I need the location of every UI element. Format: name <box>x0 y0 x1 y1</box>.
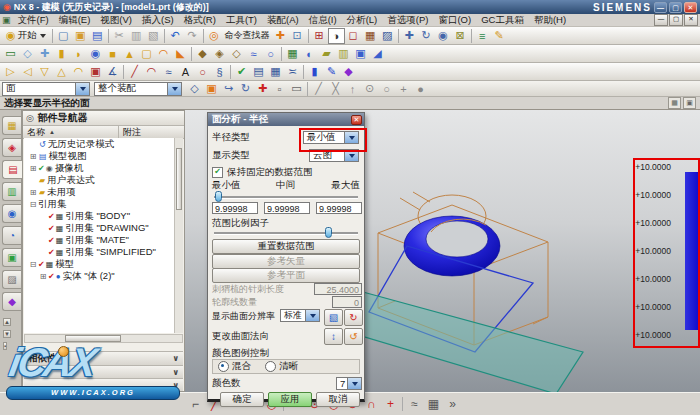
blend-radio-label[interactable]: 混合 <box>232 360 251 373</box>
tree-item-model[interactable]: ⊟ ✔ ▦ 模型 <box>24 258 183 270</box>
data-range-slider[interactable] <box>214 196 358 199</box>
cancel-button[interactable]: 取消 <box>316 392 360 407</box>
dock-navigator-icon[interactable]: ▦ <box>668 97 681 109</box>
trim-body-icon[interactable]: ▰ <box>318 46 335 62</box>
tab-process-studio[interactable]: ▣ <box>2 248 21 267</box>
split-body-icon[interactable]: ▥ <box>335 46 352 62</box>
tree-item-model-views[interactable]: ⊞ ▤ 模型视图 <box>24 150 183 162</box>
command-finder-icon[interactable]: ◎ <box>206 28 223 44</box>
move-face-icon[interactable]: ▷ <box>2 64 19 80</box>
select-circle-dot-icon[interactable]: ⊙ <box>361 81 378 97</box>
menu-assemblies[interactable]: 装配(A) <box>262 14 304 27</box>
tab-part-navigator[interactable]: ▤ <box>2 160 23 179</box>
reset-data-range-button[interactable]: 重置数据范围 <box>212 239 360 254</box>
tree-item-reference-sets[interactable]: ⊟ 引用集 <box>24 198 183 210</box>
max-value-field[interactable]: 9.99998 <box>316 202 362 214</box>
select-highlight-icon[interactable]: ▣ <box>203 81 220 97</box>
chevron-down-icon[interactable] <box>75 83 89 95</box>
radius-analysis-torus[interactable] <box>404 216 500 276</box>
resolution-combo[interactable]: 标准 <box>280 309 320 322</box>
menu-view[interactable]: 视图(V) <box>95 14 137 27</box>
range-factor-slider[interactable] <box>214 232 358 235</box>
add-selection-icon[interactable]: ✚ <box>254 81 271 97</box>
snapshot-icon[interactable]: ⊡ <box>289 28 306 44</box>
replace-face-icon[interactable]: △ <box>53 64 70 80</box>
copy-icon[interactable]: ▥ <box>128 28 145 44</box>
rotate-view-icon[interactable]: ↻ <box>418 28 435 44</box>
cycle-selection-icon[interactable]: ↻ <box>237 81 254 97</box>
minimize-button[interactable]: — <box>654 2 667 13</box>
start-menu-button[interactable]: ◉ 开始 <box>2 28 50 44</box>
sketch-icon[interactable]: ▭ <box>2 46 19 62</box>
annotation-icon[interactable]: ✎ <box>491 28 508 44</box>
type-filter-combo[interactable]: 面 <box>2 82 90 96</box>
menu-preferences[interactable]: 首选项(P) <box>382 14 433 27</box>
tree-item-refset-simplified[interactable]: ✔ ▦ 引用集 "SIMPLIFIED" <box>24 246 183 258</box>
datum-plane[interactable] <box>345 292 583 392</box>
curve-analysis-icon[interactable]: ▦ <box>267 64 284 80</box>
pattern-feature-icon[interactable]: ▦ <box>284 46 301 62</box>
offset-face-icon[interactable]: ▣ <box>352 46 369 62</box>
tree-item-user-expressions[interactable]: ▰ 用户表达式 <box>24 174 183 186</box>
open-file-icon[interactable]: ▣ <box>72 28 89 44</box>
refresh-analysis-icon[interactable]: ↻ <box>344 309 363 326</box>
chamfer-icon[interactable]: ◣ <box>172 46 189 62</box>
new-file-icon[interactable]: ▢ <box>55 28 72 44</box>
ok-button[interactable]: 确定 <box>220 392 264 407</box>
menu-information[interactable]: 信息(I) <box>304 14 342 27</box>
offset-curve-icon[interactable]: ≈ <box>405 395 424 413</box>
tree-vertical-scrollbar[interactable] <box>174 138 183 333</box>
tree-item-history-mode[interactable]: ↺ 无历史记录模式 <box>24 138 183 150</box>
undo-icon[interactable]: ↶ <box>167 28 184 44</box>
select-point-icon[interactable]: + <box>395 81 412 97</box>
delete-face-icon[interactable]: ▣ <box>87 64 104 80</box>
draft-icon[interactable]: ◢ <box>369 46 386 62</box>
resize-blend-icon[interactable]: ◠ <box>70 64 87 80</box>
datum-csys-icon[interactable]: ✚ <box>36 46 53 62</box>
restore-button[interactable]: ▢ <box>669 2 682 13</box>
edge-blend-icon[interactable]: ◠ <box>155 46 172 62</box>
undock-navigator-icon[interactable]: ▣ <box>683 97 696 109</box>
dialog-title-bar[interactable]: 面分析 - 半径 ✕ <box>208 113 364 126</box>
tab-web-browser[interactable]: ◉ <box>2 204 21 223</box>
select-vector-icon[interactable]: ↑ <box>344 81 361 97</box>
chevron-down-icon[interactable] <box>167 83 181 95</box>
save-icon[interactable]: ▤ <box>89 28 106 44</box>
window-icon[interactable]: ⊞ <box>311 28 328 44</box>
pen-icon[interactable]: ✎ <box>323 64 340 80</box>
resource-scroll-down[interactable]: ▼ <box>3 330 11 338</box>
previous-selection-icon[interactable]: ↪ <box>220 81 237 97</box>
measure-icon[interactable]: ∡ <box>104 64 121 80</box>
cut-icon[interactable]: ✂ <box>111 28 128 44</box>
resource-scroll-up[interactable]: ▲ <box>3 318 11 326</box>
mdi-close-button[interactable]: ✕ <box>684 14 698 26</box>
color-count-combo[interactable]: 7 <box>336 377 362 390</box>
zoom-view-icon[interactable]: ◉ <box>435 28 452 44</box>
mirror-feature-icon[interactable]: ◐ <box>301 46 318 62</box>
apply-button[interactable]: 应用 <box>268 392 312 407</box>
menu-gc-toolbox[interactable]: GC工具箱 <box>476 14 529 27</box>
menu-tools[interactable]: 工具(T) <box>221 14 262 27</box>
block-icon[interactable]: ■ <box>104 46 121 62</box>
close-button[interactable]: ✕ <box>684 2 697 13</box>
navigator-column-headers[interactable]: 名称 ▲ 附注 <box>23 125 184 139</box>
tab-reuse-library[interactable]: ▥ <box>2 182 21 201</box>
menu-file[interactable]: 文件(F) <box>13 14 54 27</box>
min-value-field[interactable]: 9.99998 <box>212 202 258 214</box>
intersect-icon[interactable]: ◇ <box>228 46 245 62</box>
sort-ascending-icon[interactable]: ▲ <box>49 129 55 135</box>
shaded-resolution-icon[interactable]: ▧ <box>324 309 343 326</box>
tree-item-cameras[interactable]: ⊞ ✔ ◉ 摄像机 <box>24 162 183 174</box>
select-cross-icon[interactable]: ╳ <box>327 81 344 97</box>
subtract-icon[interactable]: ◈ <box>211 46 228 62</box>
keep-data-range-checkbox[interactable]: ✔ 保持固定的数据范围 <box>212 166 360 179</box>
roles-icon[interactable]: ▮ <box>306 64 323 80</box>
blend-radio[interactable] <box>218 361 229 372</box>
revolve-icon[interactable]: ◗ <box>70 46 87 62</box>
more-curves-icon[interactable]: » <box>443 395 462 413</box>
unite-icon[interactable]: ◆ <box>194 46 211 62</box>
menu-help[interactable]: 帮助(H) <box>529 14 571 27</box>
chevron-down-icon[interactable] <box>305 310 319 321</box>
examine-geometry-icon[interactable]: ✔ <box>233 64 250 80</box>
tree-item-unused-items[interactable]: ⊞ ▰ 未用项 <box>24 186 183 198</box>
